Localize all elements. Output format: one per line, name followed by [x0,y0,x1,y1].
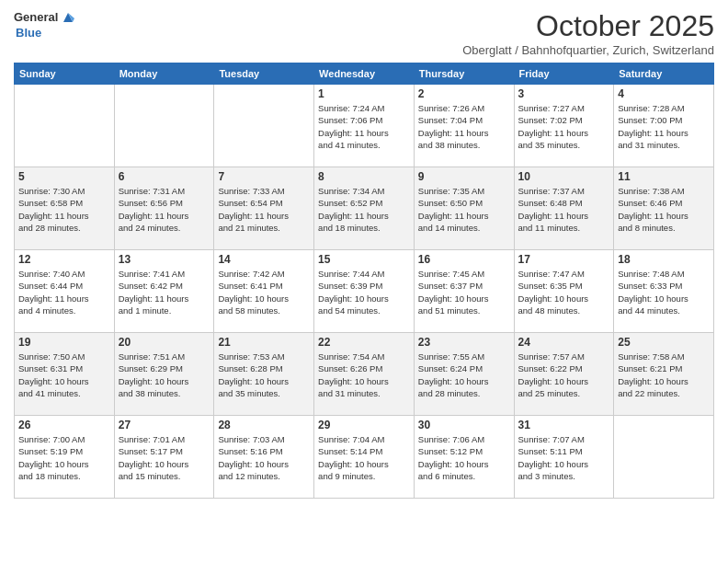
calendar-week-row: 5Sunrise: 7:30 AM Sunset: 6:58 PM Daylig… [15,167,714,250]
calendar-cell: 14Sunrise: 7:42 AM Sunset: 6:41 PM Dayli… [214,250,314,333]
day-number: 26 [18,419,110,431]
day-info: Sunrise: 7:26 AM Sunset: 7:04 PM Dayligh… [418,102,510,151]
day-info: Sunrise: 7:47 AM Sunset: 6:35 PM Dayligh… [518,268,610,316]
day-number: 19 [18,336,110,349]
day-info: Sunrise: 7:40 AM Sunset: 6:44 PM Dayligh… [18,268,110,316]
day-number: 22 [318,336,410,349]
day-number: 12 [18,253,110,266]
day-info: Sunrise: 7:37 AM Sunset: 6:48 PM Dayligh… [518,185,610,234]
day-info: Sunrise: 7:58 AM Sunset: 6:21 PM Dayligh… [618,350,710,399]
calendar-cell: 13Sunrise: 7:41 AM Sunset: 6:42 PM Dayli… [114,250,214,333]
calendar-cell: 6Sunrise: 7:31 AM Sunset: 6:56 PM Daylig… [114,167,214,250]
calendar-cell: 28Sunrise: 7:03 AM Sunset: 5:16 PM Dayli… [214,416,314,499]
day-info: Sunrise: 7:50 AM Sunset: 6:31 PM Dayligh… [18,350,110,399]
day-number: 15 [318,253,410,266]
calendar-week-row: 1Sunrise: 7:24 AM Sunset: 7:06 PM Daylig… [15,85,714,167]
calendar-week-row: 19Sunrise: 7:50 AM Sunset: 6:31 PM Dayli… [15,333,714,416]
calendar-cell: 23Sunrise: 7:55 AM Sunset: 6:24 PM Dayli… [414,333,514,416]
weekday-header-tuesday: Tuesday [214,63,314,85]
calendar-week-row: 26Sunrise: 7:00 AM Sunset: 5:19 PM Dayli… [15,416,714,499]
day-info: Sunrise: 7:01 AM Sunset: 5:17 PM Dayligh… [119,433,210,482]
day-info: Sunrise: 7:55 AM Sunset: 6:24 PM Dayligh… [418,350,510,399]
day-number: 25 [618,336,710,349]
calendar-cell: 1Sunrise: 7:24 AM Sunset: 7:06 PM Daylig… [314,85,415,167]
calendar-cell: 20Sunrise: 7:51 AM Sunset: 6:29 PM Dayli… [114,333,214,416]
day-info: Sunrise: 7:31 AM Sunset: 6:56 PM Dayligh… [119,185,210,234]
day-number: 30 [418,419,510,431]
day-info: Sunrise: 7:04 AM Sunset: 5:14 PM Dayligh… [318,433,410,482]
calendar-cell: 24Sunrise: 7:57 AM Sunset: 6:22 PM Dayli… [514,333,614,416]
calendar-cell: 9Sunrise: 7:35 AM Sunset: 6:50 PM Daylig… [414,167,514,250]
day-number: 17 [518,253,610,266]
day-info: Sunrise: 7:51 AM Sunset: 6:29 PM Dayligh… [119,350,210,399]
calendar-cell [114,85,214,167]
day-number: 2 [418,87,510,100]
calendar-cell: 29Sunrise: 7:04 AM Sunset: 5:14 PM Dayli… [314,416,415,499]
calendar-cell: 2Sunrise: 7:26 AM Sunset: 7:04 PM Daylig… [414,85,514,167]
day-info: Sunrise: 7:07 AM Sunset: 5:11 PM Dayligh… [518,433,610,482]
calendar-cell: 19Sunrise: 7:50 AM Sunset: 6:31 PM Dayli… [15,333,115,416]
day-number: 4 [618,87,710,100]
weekday-header-friday: Friday [514,63,614,85]
calendar-cell: 4Sunrise: 7:28 AM Sunset: 7:00 PM Daylig… [614,85,714,167]
calendar-cell: 10Sunrise: 7:37 AM Sunset: 6:48 PM Dayli… [514,167,614,250]
day-number: 24 [518,336,610,349]
day-info: Sunrise: 7:44 AM Sunset: 6:39 PM Dayligh… [318,268,410,316]
day-number: 29 [318,419,410,431]
calendar-cell: 15Sunrise: 7:44 AM Sunset: 6:39 PM Dayli… [314,250,415,333]
day-info: Sunrise: 7:57 AM Sunset: 6:22 PM Dayligh… [518,350,610,399]
weekday-header-saturday: Saturday [614,63,714,85]
day-number: 1 [318,87,410,100]
day-number: 20 [119,336,210,349]
day-number: 31 [518,419,610,431]
calendar-cell [614,416,714,499]
day-number: 21 [218,336,310,349]
weekday-header-thursday: Thursday [414,63,514,85]
day-number: 11 [618,170,710,183]
day-info: Sunrise: 7:38 AM Sunset: 6:46 PM Dayligh… [618,185,710,234]
weekday-header-wednesday: Wednesday [314,63,415,85]
day-number: 10 [518,170,610,183]
day-info: Sunrise: 7:03 AM Sunset: 5:16 PM Dayligh… [218,433,310,482]
calendar-cell [15,85,115,167]
day-info: Sunrise: 7:53 AM Sunset: 6:28 PM Dayligh… [218,350,310,399]
day-number: 6 [119,170,210,183]
weekday-header-sunday: Sunday [15,63,115,85]
calendar-cell: 21Sunrise: 7:53 AM Sunset: 6:28 PM Dayli… [214,333,314,416]
calendar-cell: 3Sunrise: 7:27 AM Sunset: 7:02 PM Daylig… [514,85,614,167]
calendar-cell: 16Sunrise: 7:45 AM Sunset: 6:37 PM Dayli… [414,250,514,333]
day-number: 14 [218,253,310,266]
calendar-cell: 12Sunrise: 7:40 AM Sunset: 6:44 PM Dayli… [15,250,115,333]
calendar-cell: 7Sunrise: 7:33 AM Sunset: 6:54 PM Daylig… [214,167,314,250]
calendar-cell [214,85,314,167]
day-number: 16 [418,253,510,266]
day-number: 5 [18,170,110,183]
calendar-cell: 8Sunrise: 7:34 AM Sunset: 6:52 PM Daylig… [314,167,415,250]
day-number: 7 [218,170,310,183]
day-number: 28 [218,419,310,431]
calendar-cell: 5Sunrise: 7:30 AM Sunset: 6:58 PM Daylig… [15,167,115,250]
day-number: 3 [518,87,610,100]
day-info: Sunrise: 7:34 AM Sunset: 6:52 PM Dayligh… [318,185,410,234]
calendar-cell: 30Sunrise: 7:06 AM Sunset: 5:12 PM Dayli… [414,416,514,499]
day-info: Sunrise: 7:24 AM Sunset: 7:06 PM Dayligh… [318,102,410,151]
day-number: 23 [418,336,510,349]
calendar-cell: 18Sunrise: 7:48 AM Sunset: 6:33 PM Dayli… [614,250,714,333]
calendar-cell: 11Sunrise: 7:38 AM Sunset: 6:46 PM Dayli… [614,167,714,250]
day-info: Sunrise: 7:42 AM Sunset: 6:41 PM Dayligh… [218,268,310,316]
calendar-cell: 25Sunrise: 7:58 AM Sunset: 6:21 PM Dayli… [614,333,714,416]
weekday-header-monday: Monday [114,63,214,85]
logo: General Blue [14,9,76,40]
calendar-cell: 27Sunrise: 7:01 AM Sunset: 5:17 PM Dayli… [114,416,214,499]
day-info: Sunrise: 7:41 AM Sunset: 6:42 PM Dayligh… [119,268,210,316]
day-info: Sunrise: 7:45 AM Sunset: 6:37 PM Dayligh… [418,268,510,316]
calendar-cell: 31Sunrise: 7:07 AM Sunset: 5:11 PM Dayli… [514,416,614,499]
title-section: October 2025 Oberglatt / Bahnhofquartier… [462,9,714,57]
day-number: 27 [119,419,210,431]
day-number: 13 [119,253,210,266]
calendar-week-row: 12Sunrise: 7:40 AM Sunset: 6:44 PM Dayli… [15,250,714,333]
day-info: Sunrise: 7:33 AM Sunset: 6:54 PM Dayligh… [218,185,310,234]
calendar-cell: 26Sunrise: 7:00 AM Sunset: 5:19 PM Dayli… [15,416,115,499]
weekday-header-row: SundayMondayTuesdayWednesdayThursdayFrid… [15,63,714,85]
day-info: Sunrise: 7:48 AM Sunset: 6:33 PM Dayligh… [618,268,710,316]
